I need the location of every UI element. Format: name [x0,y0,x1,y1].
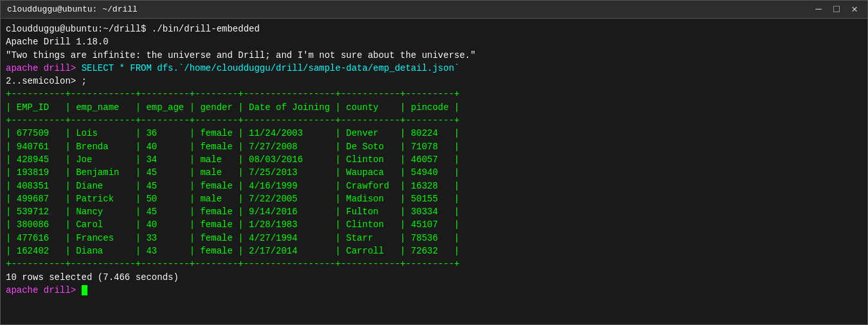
table-row-3: | 428945 | Joe | 34 | male | 08/03/2016 … [6,153,862,166]
shell-command-line: cloudduggu@ubuntu:~/drill$ ./bin/drill-e… [6,23,862,35]
minimize-button[interactable]: ─ [812,5,825,15]
version-line: Apache Drill 1.18.0 [6,35,862,48]
window-title: cloudduggu@ubuntu: ~/drill [7,5,812,14]
final-prompt-line: apache drill> [6,284,862,297]
terminal-window: cloudduggu@ubuntu: ~/drill ─ □ ✕ clouddu… [0,0,868,325]
table-row-8: | 380086 | Carol | 40 | female | 1/28/19… [6,218,862,231]
table-row-7: | 539712 | Nancy | 45 | female | 9/14/20… [6,205,862,218]
table-row-9: | 477616 | Frances | 33 | female | 4/27/… [6,232,862,245]
table-separator-top: +----------+------------+---------+-----… [6,88,862,100]
table-row-10: | 162402 | Diana | 43 | female | 2/17/20… [6,245,862,257]
close-button[interactable]: ✕ [848,5,861,15]
continuation-line: 2..semicolon> ; [6,75,862,88]
table-row-4: | 193819 | Benjamin | 45 | male | 7/25/2… [6,166,862,179]
quote-line: "Two things are infinite: the universe a… [6,49,862,62]
window-controls[interactable]: ─ □ ✕ [812,5,861,15]
table-row-6: | 499687 | Patrick | 50 | male | 7/22/20… [6,192,862,205]
table-row-1: | 677509 | Lois | 36 | female | 11/24/20… [6,127,862,140]
table-separator-header: +----------+------------+---------+-----… [6,114,862,127]
rows-selected-line: 10 rows selected (7.466 seconds) [6,271,862,284]
terminal-cursor [82,285,87,295]
maximize-button[interactable]: □ [830,5,843,15]
table-row-5: | 408351 | Diane | 45 | female | 4/16/19… [6,180,862,192]
final-prompt-label: apache drill> [6,285,82,295]
sql-select: SELECT * FROM dfs.`/home/cloudduggu/dril… [82,63,460,73]
terminal-body[interactable]: cloudduggu@ubuntu:~/drill$ ./bin/drill-e… [1,19,867,324]
titlebar: cloudduggu@ubuntu: ~/drill ─ □ ✕ [1,1,867,19]
table-row-2: | 940761 | Brenda | 40 | female | 7/27/2… [6,140,862,153]
sql-prompt-line: apache drill> SELECT * FROM dfs.`/home/c… [6,62,862,75]
table-separator-bottom: +----------+------------+---------+-----… [6,257,862,270]
prompt-label: apache drill> [6,63,82,73]
table-header: | EMP_ID | emp_name | emp_age | gender |… [6,101,862,114]
